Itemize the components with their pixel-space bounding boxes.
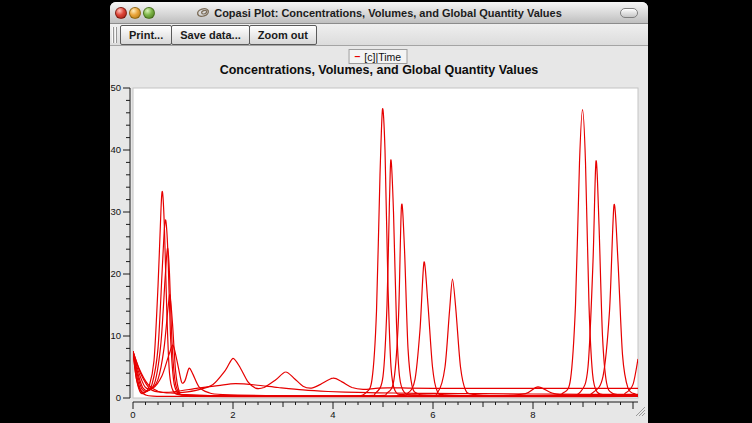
axis-tick-label: 6 [430, 409, 435, 420]
toolbar-drag-handle-icon[interactable] [112, 27, 117, 43]
screen-background: Copasi Plot: Concentrations, Volumes, an… [0, 0, 752, 423]
plot-widget: – [c]|Time Concentrations, Volumes, and … [110, 46, 648, 423]
minimize-button[interactable] [129, 7, 141, 19]
axis-tick-label: 0 [116, 392, 121, 403]
window-title: Copasi Plot: Concentrations, Volumes, an… [214, 7, 562, 19]
toolbar: Print... Save data... Zoom out [110, 24, 648, 46]
copasi-app-icon [196, 6, 210, 19]
window-controls [115, 7, 155, 19]
axis-tick-label: 2 [230, 409, 235, 420]
resize-grip-icon[interactable] [633, 404, 646, 417]
axis-tick-label: 0 [130, 409, 135, 420]
axis-tick-label: 10 [110, 330, 121, 341]
toolbar-toggle-lozenge-icon[interactable] [620, 8, 638, 18]
axis-tick-label: 40 [110, 144, 121, 155]
plot-area[interactable]: 0102030405002468 [110, 46, 648, 423]
close-button[interactable] [115, 7, 127, 19]
zoom-out-button[interactable]: Zoom out [249, 25, 317, 45]
save-data-button[interactable]: Save data... [171, 25, 250, 45]
axis-tick-label: 8 [530, 409, 535, 420]
print-button[interactable]: Print... [120, 25, 172, 45]
axis-tick-label: 4 [330, 409, 335, 420]
copasi-plot-window: Copasi Plot: Concentrations, Volumes, an… [110, 2, 648, 423]
title-bar[interactable]: Copasi Plot: Concentrations, Volumes, an… [110, 2, 648, 24]
maximize-button[interactable] [143, 7, 155, 19]
axis-tick-label: 20 [110, 268, 121, 279]
axis-tick-label: 30 [110, 206, 121, 217]
axis-tick-label: 50 [110, 82, 121, 93]
